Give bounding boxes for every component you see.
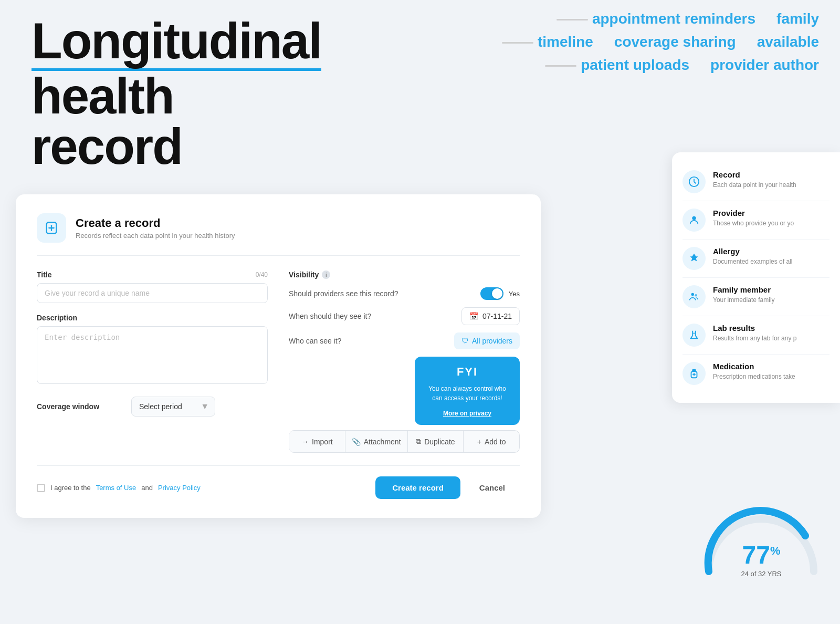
sidebar-record-desc: Each data point in your health: [713, 181, 796, 190]
bottom-bar: I agree to the Terms of Use and Privacy …: [37, 465, 520, 499]
sidebar-item-provider[interactable]: Provider Those who provide you or yo: [682, 201, 830, 240]
privacy-policy-link[interactable]: Privacy Policy: [158, 484, 201, 492]
when-see-row: When should they see it? 📅 07-11-21: [289, 307, 520, 325]
fyi-title: FYI: [424, 365, 510, 379]
allergy-icon: [682, 247, 706, 270]
fyi-card: FYI You can always control who can acces…: [415, 357, 520, 425]
sidebar-medication-label: Medication: [713, 362, 795, 371]
sidebar-item-medication[interactable]: Medication Prescription medications take: [682, 355, 830, 392]
fyi-body: You can always control who can access yo…: [424, 384, 510, 403]
sidebar-family-label: Family member: [713, 285, 775, 294]
provider-icon: [682, 209, 706, 232]
terms-prefix: I agree to the: [50, 484, 91, 492]
add-record-icon: [44, 221, 59, 235]
description-textarea[interactable]: [37, 326, 268, 384]
duplicate-icon: ⧉: [416, 437, 421, 446]
bg-tag-available: available: [757, 34, 819, 50]
visibility-section: Visibility i Should providers see this r…: [289, 271, 520, 425]
svg-point-2: [691, 293, 695, 296]
fyi-row: FYI You can always control who can acces…: [289, 357, 520, 425]
action-buttons-row: → Import 📎 Attachment ⧉ Duplicate + Add …: [289, 430, 520, 453]
record-icon: [682, 170, 706, 193]
toggle-yes-text: Yes: [509, 290, 520, 298]
import-label: Import: [312, 438, 333, 446]
attachment-button[interactable]: 📎 Attachment: [345, 431, 408, 452]
sidebar-item-lab[interactable]: Lab results Results from any lab for any…: [682, 316, 830, 355]
date-field[interactable]: 📅 07-11-21: [461, 307, 520, 325]
heading-line2: health: [32, 68, 174, 124]
background-tags: appointment reminders family timeline co…: [420, 0, 840, 84]
visibility-info-icon[interactable]: i: [322, 271, 330, 279]
add-to-button[interactable]: + Add to: [464, 431, 519, 452]
form-card: Create a record Records reflect each dat…: [16, 194, 541, 518]
heading-line1: Longitudinal: [32, 16, 321, 71]
gauge-sub: 24 of 32 YRS: [741, 570, 781, 578]
visibility-label: Visibility i: [289, 271, 520, 279]
sidebar-item-family[interactable]: Family member Your immediate family: [682, 278, 830, 316]
import-button[interactable]: → Import: [289, 431, 345, 452]
sidebar-panel: Record Each data point in your health Pr…: [672, 152, 840, 403]
family-icon: [682, 285, 706, 308]
terms-of-use-link[interactable]: Terms of Use: [96, 484, 136, 492]
attachment-label: Attachment: [364, 438, 401, 446]
sidebar-provider-desc: Those who provide you or yo: [713, 219, 794, 228]
bg-tags-row-2: timeline coverage sharing available: [441, 34, 819, 50]
import-icon: →: [301, 438, 309, 446]
sidebar-record-label: Record: [713, 170, 796, 179]
provider-badge-text: All providers: [472, 337, 512, 345]
date-value: 07-11-21: [482, 312, 512, 320]
sidebar-family-desc: Your immediate family: [713, 296, 775, 305]
coverage-row: Coverage window Select period Last month…: [37, 397, 268, 417]
sidebar-lab-label: Lab results: [713, 324, 796, 332]
duplicate-label: Duplicate: [424, 438, 455, 446]
all-providers-badge[interactable]: 🛡 All providers: [454, 332, 520, 349]
terms-checkbox[interactable]: [37, 484, 45, 492]
vis-q3-label: Who can see it?: [289, 337, 341, 345]
main-heading: Longitudinal health record: [32, 16, 321, 172]
vis-q1-label: Should providers see this record?: [289, 289, 398, 298]
title-label: Title 0/40: [37, 271, 268, 279]
form-subtitle: Records reflect each data point in your …: [76, 232, 235, 240]
svg-point-3: [695, 294, 697, 297]
sidebar-allergy-label: Allergy: [713, 247, 792, 256]
bg-tag-coverage: coverage sharing: [614, 34, 736, 50]
title-input[interactable]: [37, 283, 268, 303]
title-group: Title 0/40: [37, 271, 268, 303]
providers-see-row: Should providers see this record? Yes: [289, 287, 520, 300]
form-main-row: Title 0/40 Description Coverage window S…: [37, 271, 520, 453]
bg-tag-family: family: [776, 11, 819, 27]
add-to-label: Add to: [485, 438, 506, 446]
cancel-button[interactable]: Cancel: [465, 476, 520, 499]
vis-toggle-row: Yes: [480, 287, 520, 300]
bg-tag-appointments: appointment reminders: [556, 11, 755, 27]
card-header: Create a record Records reflect each dat…: [37, 213, 520, 256]
card-header-icon: [37, 213, 66, 243]
add-to-icon: +: [477, 438, 481, 446]
calendar-icon: 📅: [469, 312, 478, 320]
sidebar-lab-desc: Results from any lab for any p: [713, 334, 796, 343]
sidebar-provider-label: Provider: [713, 209, 794, 217]
sidebar-item-allergy[interactable]: Allergy Documented examples of all: [682, 240, 830, 278]
gauge-container: 77% 24 of 32 YRS: [693, 498, 830, 592]
gauge-text: 77% 24 of 32 YRS: [741, 543, 781, 578]
fyi-link[interactable]: More on privacy: [443, 410, 491, 417]
description-label: Description: [37, 314, 268, 322]
terms-row: I agree to the Terms of Use and Privacy …: [37, 484, 201, 492]
form-right-col: Visibility i Should providers see this r…: [289, 271, 520, 453]
duplicate-button[interactable]: ⧉ Duplicate: [408, 431, 464, 452]
bg-tag-timeline: timeline: [502, 34, 593, 50]
create-record-button[interactable]: Create record: [375, 476, 460, 499]
provider-visibility-toggle[interactable]: [480, 287, 503, 300]
bg-tags-row-1: appointment reminders family: [441, 11, 819, 27]
coverage-select[interactable]: Select period Last month Last 6 months L…: [131, 397, 215, 417]
vis-q2-label: When should they see it?: [289, 312, 371, 320]
sidebar-item-record[interactable]: Record Each data point in your health: [682, 163, 830, 201]
toggle-knob: [492, 288, 502, 299]
gauge-percent: 77%: [741, 543, 781, 568]
who-see-row: Who can see it? 🛡 All providers: [289, 332, 520, 349]
coverage-select-wrapper: Select period Last month Last 6 months L…: [131, 397, 215, 417]
description-group: Description: [37, 314, 268, 386]
terms-middle: and: [141, 484, 153, 492]
bg-tags-row-3: patient uploads provider author: [441, 57, 819, 74]
form-title: Create a record: [76, 216, 235, 230]
